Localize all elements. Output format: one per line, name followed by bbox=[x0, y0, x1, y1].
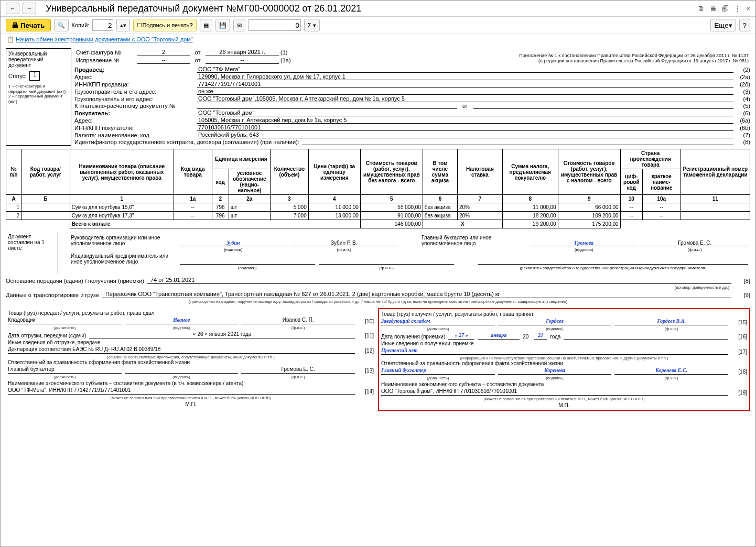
head-sig: Зубин bbox=[180, 240, 287, 246]
close-icon[interactable]: × bbox=[746, 5, 750, 13]
mail-icon[interactable]: ✉ bbox=[233, 19, 245, 31]
print-button[interactable]: 🖶 Печать bbox=[6, 19, 51, 31]
total-sum: 175 200,00 bbox=[558, 220, 620, 228]
transport-label: Данные о транспортировке и грузе bbox=[6, 292, 99, 298]
more-button[interactable]: Еще ▾ bbox=[710, 19, 736, 31]
doc-type-box: Универсальный передаточный документ Стат… bbox=[6, 48, 71, 146]
zoom-icon[interactable]: 🔍 bbox=[54, 19, 69, 31]
receiver-block: Товар (груз) получил / услуги, результат… bbox=[378, 308, 750, 411]
invoice-date: 26 января 2021 г. bbox=[206, 48, 279, 56]
ip-label: Индивидуальный предприниматель или иное … bbox=[71, 253, 176, 265]
help-button[interactable]: ? bbox=[739, 19, 750, 31]
legal-note: Приложение № 1 к постановлению Правитель… bbox=[295, 48, 750, 64]
head-label: Руководитель организации или иное уполно… bbox=[71, 235, 176, 246]
acct-sig: Громова bbox=[531, 240, 638, 246]
basis-value: 74 от 25.01.2021 bbox=[147, 277, 731, 284]
acct-name: Громова Е. С. bbox=[642, 240, 749, 246]
window-title: Универсальный передаточный документ №МГ0… bbox=[46, 3, 695, 14]
toolbar: 🖶 Печать 🔍 Копий: ▴▾ ☐ Подпись и печать … bbox=[1, 17, 755, 34]
total-label: Всего к оплате bbox=[70, 220, 360, 228]
doc-pages: Документ составлен на 1 листе bbox=[6, 232, 58, 274]
preview-icon[interactable]: 🗐 bbox=[722, 5, 729, 13]
copies-input[interactable] bbox=[92, 19, 113, 31]
total-cost: 146 000,00 bbox=[360, 220, 423, 228]
num-input[interactable] bbox=[249, 19, 301, 31]
acct-label: Главный бухгалтер или иное уполномоченно… bbox=[422, 235, 526, 246]
save-doc-icon[interactable]: 🗎 bbox=[698, 5, 705, 13]
transport-value: Перевозчик ООО "Транспортная компания", … bbox=[102, 291, 731, 298]
total-tax: 29 200,00 bbox=[502, 220, 558, 228]
items-table: № п/п Код товара/ работ, услуг Наименова… bbox=[6, 149, 750, 228]
status-note: 1 – счет-фактура и передаточный документ… bbox=[8, 84, 69, 104]
save-icon[interactable]: 💾 bbox=[215, 19, 230, 31]
forward-button[interactable]: → bbox=[23, 3, 36, 14]
head-name: Зубин Р. В. bbox=[291, 240, 398, 246]
copies-stepper[interactable]: ▴▾ bbox=[116, 19, 130, 31]
sigma-button[interactable]: Σ ▾ bbox=[304, 19, 320, 31]
status-label: Статус: bbox=[8, 73, 26, 79]
correction-label: Исправление № bbox=[74, 56, 137, 64]
exchange-link[interactable]: Начать обмен электронными документами с … bbox=[16, 36, 193, 42]
sheet-icon[interactable]: ▦ bbox=[200, 19, 212, 31]
invoice-label: Счет-фактура № bbox=[74, 48, 137, 56]
status-value: 1 bbox=[29, 71, 40, 81]
sign-print-toggle[interactable]: ☐ Подпись и печать ? bbox=[133, 19, 197, 31]
sender-block: Товар (груз) передал / услуги, результат… bbox=[6, 308, 376, 411]
info-icon: 📋 bbox=[7, 36, 14, 42]
invoice-no: 2 bbox=[137, 48, 190, 56]
basis-label: Основание передачи (сдачи) / получения (… bbox=[6, 278, 144, 284]
more-icon[interactable]: ⋮ bbox=[734, 5, 741, 13]
print-icon[interactable]: 🖶 bbox=[710, 5, 717, 13]
titlebar: ← → Универсальный передаточный документ … bbox=[1, 1, 755, 17]
copies-label: Копий: bbox=[72, 22, 90, 28]
back-button[interactable]: ← bbox=[6, 3, 19, 14]
